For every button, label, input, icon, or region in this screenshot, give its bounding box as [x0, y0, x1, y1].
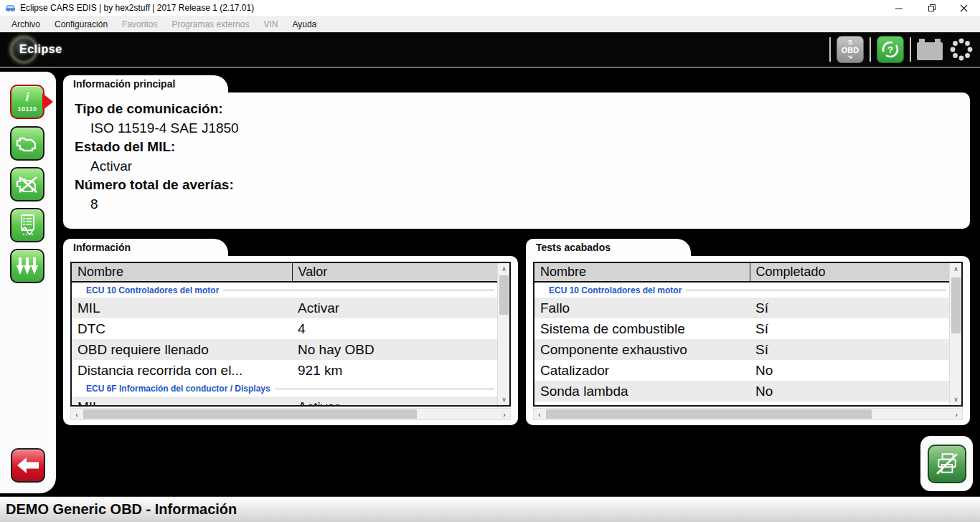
cell-value: No	[750, 402, 949, 407]
menu-item-archivo[interactable]: Archivo	[4, 16, 47, 32]
scroll-up-icon[interactable]: ∧	[498, 263, 510, 275]
menu-item-programas-externos[interactable]: Programas externos	[164, 16, 256, 32]
table-row[interactable]: Distancia recorrida con el...921 km	[72, 360, 497, 381]
cell-value: 921 km	[292, 360, 497, 381]
back-button[interactable]	[11, 448, 45, 483]
scrollbar-thumb[interactable]	[499, 275, 509, 315]
cell-name: MIL	[72, 397, 292, 407]
menu-item-vin[interactable]: VIN	[256, 16, 285, 32]
table-group-row[interactable]: ECU 10 Controladores del motor	[534, 282, 949, 298]
column-header-nombre[interactable]: Nombre	[72, 263, 292, 282]
eclipse-logo: Eclipse	[11, 37, 98, 63]
svg-text:?: ?	[887, 44, 893, 55]
table-row[interactable]: MILActivar	[72, 397, 497, 407]
scroll-up-icon[interactable]: ∧	[950, 263, 962, 275]
help-button[interactable]: ?	[877, 36, 904, 63]
cell-value: No hay OBD	[292, 339, 497, 360]
sidebar-actuators-button[interactable]	[10, 249, 44, 283]
sidebar-engine-button[interactable]	[10, 126, 44, 161]
cell-name: Fallo	[534, 298, 750, 318]
menu-item-favoritos[interactable]: Favoritos	[115, 16, 164, 32]
column-header-nombre[interactable]: Nombre	[534, 263, 750, 282]
scrollbar-thumb[interactable]	[951, 277, 961, 333]
separator	[910, 37, 911, 62]
scroll-left-icon[interactable]: ‹	[71, 409, 83, 419]
table-row[interactable]: Sonda lambdaNo	[534, 381, 949, 402]
scroll-right-icon[interactable]: ›	[499, 409, 510, 419]
table-row[interactable]: OBD requiere llenadoNo hay OBD	[72, 339, 497, 360]
status-text: DEMO Generic OBD - Información	[6, 501, 237, 518]
table-header-row: Nombre Valor	[72, 263, 497, 282]
column-header-valor[interactable]: Valor	[292, 263, 497, 282]
menu-item-configuración[interactable]: Configuración	[47, 16, 115, 32]
report-waveform-icon	[16, 214, 39, 237]
table-row[interactable]: DTC4	[72, 318, 497, 339]
tests-table: Nombre Completado ECU 10 Controladores d…	[533, 262, 963, 407]
informacion-principal-body: Tipo de comunicación:ISO 11519-4 SAE J18…	[63, 92, 970, 229]
actuators-arrows-icon	[14, 256, 40, 276]
cell-value: No	[750, 360, 949, 381]
scroll-down-icon[interactable]: ∨	[950, 394, 962, 405]
engine-icon	[14, 134, 40, 153]
obd-mode-button[interactable]: S OBD ➔	[837, 36, 864, 63]
scrollbar-thumb[interactable]	[546, 409, 872, 419]
minimize-button[interactable]	[883, 0, 915, 16]
separator	[870, 37, 871, 62]
scroll-left-icon[interactable]: ‹	[534, 409, 545, 419]
help-icon: ?	[879, 38, 902, 61]
group-label: ECU 6F Información del conductor / Displ…	[86, 384, 270, 394]
table-group-row[interactable]: ECU 10 Controladores del motor	[72, 282, 497, 298]
group-label: ECU 10 Controladores del motor	[549, 285, 682, 295]
table-row[interactable]: Sistema de combustibleSí	[534, 318, 949, 339]
table-row[interactable]: Componente exhaustivoSí	[534, 339, 949, 360]
scroll-down-icon[interactable]: ∨	[498, 394, 510, 405]
battery-icon[interactable]	[917, 42, 943, 60]
group-divider-line	[223, 290, 494, 290]
cell-name: Calentador de la sonda	[534, 402, 750, 407]
table-row[interactable]: FalloSí	[534, 298, 949, 318]
cell-name: Componente exhaustivo	[534, 339, 750, 360]
close-button[interactable]	[948, 0, 980, 16]
informacion-principal-panel: Información principal Tipo de comunicaci…	[63, 75, 970, 229]
window-title: Eclipse CARS EDIS | by hex2stuff | 2017 …	[20, 3, 254, 13]
print-panel	[920, 436, 973, 491]
print-button[interactable]	[928, 445, 966, 483]
panel-title: Tests acabados	[536, 242, 611, 253]
app-header: Eclipse S OBD ➔ ?	[0, 32, 980, 68]
sidebar-clear-faults-button[interactable]	[10, 167, 44, 201]
status-bar: DEMO Generic OBD - Información	[0, 496, 980, 522]
cell-value: Sí	[750, 318, 949, 339]
separator	[829, 37, 831, 62]
scrollbar-thumb[interactable]	[83, 409, 417, 419]
panel-title: Información	[73, 242, 131, 253]
cell-name: Distancia recorrida con el...	[72, 360, 292, 381]
title-bar: Eclipse CARS EDIS | by hex2stuff | 2017 …	[0, 0, 980, 16]
main-content: i 10110	[0, 68, 980, 496]
cell-value: No	[750, 381, 949, 402]
informacion-principal-tab: Información principal	[63, 75, 228, 92]
column-header-completado[interactable]: Completado	[750, 263, 949, 282]
menu-item-ayuda[interactable]: Ayuda	[285, 16, 324, 32]
info-binary-icon: i 10110	[17, 91, 37, 113]
cell-name: Sonda lambda	[534, 381, 750, 402]
scroll-right-icon[interactable]: ›	[951, 409, 962, 419]
cell-value: Activar	[292, 298, 497, 318]
sidebar-measurements-button[interactable]	[10, 208, 44, 242]
horizontal-scrollbar[interactable]: ‹ ›	[70, 408, 511, 420]
table-row[interactable]: Calentador de la sondaNo	[534, 402, 949, 407]
table-row[interactable]: MILActivar	[72, 298, 497, 318]
spinner-dots-icon[interactable]	[948, 37, 974, 62]
tests-acabados-panel: Tests acabados Nombre Completado ECU 10 …	[526, 239, 970, 425]
horizontal-scrollbar[interactable]: ‹ ›	[533, 408, 963, 420]
app-car-icon	[5, 4, 16, 12]
table-group-row[interactable]: ECU 6F Información del conductor / Displ…	[72, 381, 497, 397]
cell-value: Activar	[292, 397, 497, 407]
sidebar-info-button[interactable]: i 10110	[10, 85, 44, 119]
obd-label-top: S	[848, 39, 852, 46]
vertical-scrollbar[interactable]: ∧ ∨	[949, 263, 961, 405]
table-row[interactable]: CatalizadorNo	[534, 360, 949, 381]
restore-button[interactable]	[915, 0, 948, 16]
vertical-scrollbar[interactable]: ∧ ∨	[497, 263, 509, 405]
informacion-table: Nombre Valor ECU 10 Controladores del mo…	[70, 262, 511, 407]
cell-value: 4	[292, 318, 497, 339]
